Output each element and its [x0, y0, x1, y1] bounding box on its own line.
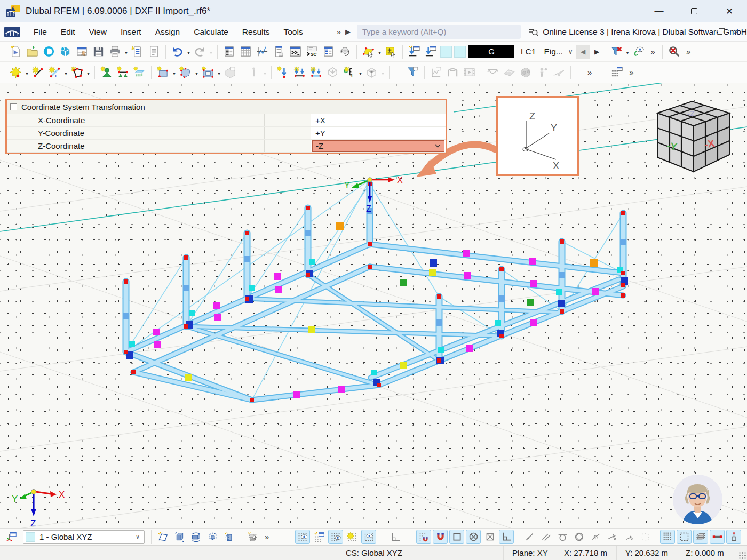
- work-plane-xy-button[interactable]: [172, 530, 187, 544]
- table-grid-button[interactable]: [239, 44, 253, 59]
- new-line-load-button[interactable]: [292, 65, 307, 79]
- new-line-button[interactable]: [31, 65, 45, 79]
- member-results-button[interactable]: [486, 65, 500, 79]
- model-viewport[interactable]: X Y Z X Y Z: [0, 83, 747, 528]
- panel-manager-button[interactable]: [272, 44, 286, 59]
- menu-calculate[interactable]: Calculate: [187, 24, 235, 40]
- dlubal-connect-button[interactable]: [42, 44, 56, 59]
- console-button[interactable]: [288, 44, 303, 59]
- grid-visibility-toggle[interactable]: [295, 530, 310, 544]
- animation-button[interactable]: [462, 65, 476, 79]
- color-swatch-1[interactable]: [440, 46, 452, 58]
- new-line-support-button[interactable]: [116, 65, 130, 79]
- fly-through-button[interactable]: [552, 65, 566, 79]
- printout-report-button[interactable]: [147, 44, 161, 59]
- new-work-plane-button[interactable]: [156, 530, 171, 544]
- snap-line-toggle[interactable]: [522, 530, 537, 544]
- grid-points-toggle[interactable]: [328, 530, 343, 544]
- table-manager-button[interactable]: [610, 65, 624, 79]
- insert-below-button[interactable]: [424, 44, 438, 59]
- selection-mode-toggle[interactable]: [677, 530, 692, 544]
- visibilities-button[interactable]: [245, 530, 260, 544]
- menu-tools[interactable]: Tools: [277, 24, 310, 40]
- resize-grip[interactable]: [738, 551, 746, 559]
- snap-points-toggle[interactable]: [638, 530, 653, 544]
- search-list-icon[interactable]: [528, 26, 538, 38]
- new-opening-button[interactable]: [201, 65, 215, 79]
- previous-load-case-button[interactable]: ◀: [576, 45, 590, 59]
- new-surface-dropdown[interactable]: [171, 68, 177, 77]
- new-member-dropdown[interactable]: [63, 68, 69, 77]
- collapse-icon[interactable]: −: [10, 103, 17, 110]
- maximize-button[interactable]: [677, 0, 712, 22]
- next-load-case-button[interactable]: ▶: [590, 45, 604, 59]
- snap-parallel-toggle[interactable]: [539, 530, 554, 544]
- y-coordinate-value[interactable]: +Y: [311, 127, 446, 139]
- user-avatar[interactable]: [673, 475, 722, 524]
- snap-center-toggle[interactable]: [466, 530, 481, 544]
- new-surface-button[interactable]: [156, 65, 170, 79]
- save-button[interactable]: [91, 44, 106, 59]
- search-input[interactable]: Type a keyword (Alt+Q): [357, 25, 521, 39]
- new-imposed-load-dropdown[interactable]: [357, 68, 363, 77]
- table-list-button[interactable]: [222, 44, 236, 59]
- panel-header[interactable]: − Coordinate System Transformation: [7, 100, 446, 114]
- snap-perpendicular-toggle[interactable]: [499, 530, 514, 544]
- new-member-load-button[interactable]: [309, 65, 323, 79]
- menu-view[interactable]: View: [82, 24, 114, 40]
- load-wizard-button[interactable]: [364, 65, 379, 79]
- new-opening-dropdown[interactable]: [216, 68, 222, 77]
- edit-surface-dropdown[interactable]: [377, 47, 383, 57]
- model-library-button[interactable]: [58, 44, 73, 59]
- new-imposed-load-button[interactable]: I: [342, 65, 356, 79]
- table-overflow-button[interactable]: »: [625, 68, 637, 77]
- print-button[interactable]: [108, 44, 122, 59]
- snap-tangent-toggle[interactable]: [555, 530, 570, 544]
- toolbar-overflow-button[interactable]: »: [647, 47, 659, 56]
- script-console-button[interactable]: SC: [305, 44, 319, 59]
- menu-assign[interactable]: Assign: [148, 24, 187, 40]
- new-polyline-button[interactable]: [70, 65, 84, 79]
- guidelines-visibility-toggle[interactable]: [361, 530, 376, 544]
- new-polyline-dropdown[interactable]: [85, 68, 91, 77]
- snap-extension-toggle[interactable]: [589, 530, 603, 544]
- menu-overflow-arrow[interactable]: ▶: [343, 28, 353, 36]
- table-panel-button[interactable]: [321, 44, 336, 59]
- solid-results-button[interactable]: [519, 65, 533, 79]
- new-block-button[interactable]: [223, 65, 237, 79]
- new-solid-dropdown[interactable]: [194, 68, 200, 77]
- load-wizard-dropdown[interactable]: [380, 68, 386, 77]
- ortho-mode-toggle[interactable]: [389, 530, 404, 544]
- new-member-button[interactable]: I: [47, 65, 62, 79]
- support-chat-button[interactable]: [338, 44, 352, 59]
- minimize-button[interactable]: —: [641, 0, 677, 22]
- navigator-tables-button[interactable]: [75, 44, 89, 59]
- mdi-restore-button[interactable]: [712, 25, 728, 39]
- new-node-button[interactable]: [9, 65, 23, 79]
- object-snap-toggle[interactable]: [433, 530, 448, 544]
- close-button[interactable]: ✕: [712, 0, 747, 22]
- coordinate-system-selector[interactable]: 1 - Global XYZ ∨: [23, 530, 145, 544]
- show-grid-toggle[interactable]: [660, 530, 675, 544]
- undo-dropdown[interactable]: [186, 47, 192, 57]
- new-nodal-load-button[interactable]: [276, 65, 290, 79]
- deformed-structure-button[interactable]: [535, 65, 550, 79]
- redo-button[interactable]: [193, 44, 207, 59]
- load-case-combobox[interactable]: Eig... ∨: [541, 47, 576, 57]
- new-printout-report-button[interactable]: [130, 44, 145, 59]
- color-swatch-2[interactable]: [454, 46, 466, 58]
- grid-settings-button[interactable]: [312, 530, 327, 544]
- new-surface-support-button[interactable]: [132, 65, 147, 79]
- node-select-toggle[interactable]: [726, 530, 741, 544]
- result-diagram-window-button[interactable]: [429, 65, 443, 79]
- redo-dropdown[interactable]: [208, 47, 214, 57]
- open-model-button[interactable]: [25, 44, 39, 59]
- new-nodal-support-button[interactable]: [99, 65, 114, 79]
- snap-intersection-toggle[interactable]: [482, 530, 497, 544]
- filter-objects-button[interactable]: [406, 65, 420, 79]
- coordinate-system-icon[interactable]: [4, 530, 19, 544]
- insert-below-new-button[interactable]: [407, 44, 422, 59]
- cancel-zoom-button[interactable]: [667, 44, 681, 59]
- frame-view-button[interactable]: [446, 65, 460, 79]
- insert-overflow-button[interactable]: »: [584, 68, 595, 77]
